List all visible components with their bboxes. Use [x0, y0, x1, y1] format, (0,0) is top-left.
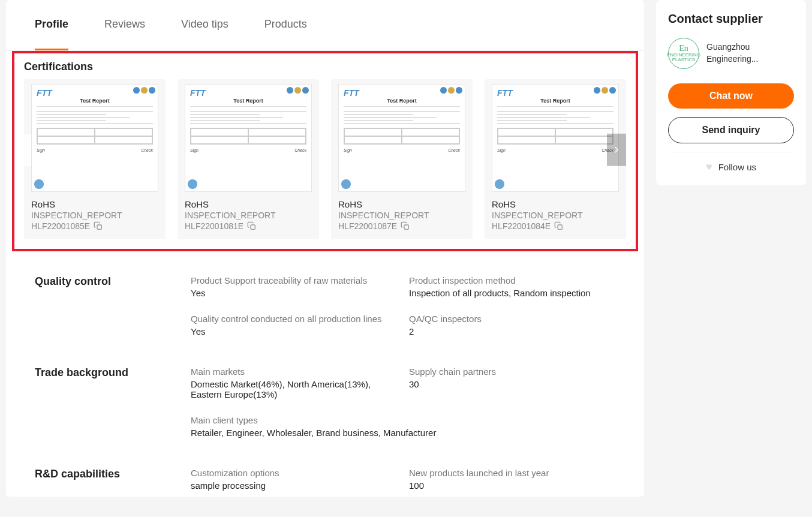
info-item: Main client types Retailer, Engineer, Wh…	[191, 415, 615, 438]
cert-label: RoHS	[31, 199, 158, 209]
quality-control-section: Quality control Product Support traceabi…	[6, 251, 644, 342]
info-item: Quality control conducted on all product…	[191, 314, 397, 336]
svg-rect-2	[404, 225, 408, 229]
tab-reviews[interactable]: Reviews	[104, 0, 145, 50]
svg-rect-3	[558, 225, 562, 229]
cert-subtitle: INSPECTION_REPORT	[338, 211, 465, 220]
sidebar-title: Contact supplier	[668, 12, 794, 26]
rnd-capabilities-section: R&D capabilities Customization options s…	[6, 444, 644, 497]
cert-document-thumbnail: FTT Test Report SignCheck	[492, 84, 619, 192]
section-heading: R&D capabilities	[35, 468, 185, 491]
info-item: Main markets Domestic Market(46%), North…	[191, 366, 397, 399]
cert-card[interactable]: FTT Test Report SignCheck RoHS INSPECTIO…	[178, 79, 319, 239]
tab-profile[interactable]: Profile	[35, 0, 68, 50]
send-inquiry-button[interactable]: Send inquiry	[668, 117, 794, 143]
tab-video-tips[interactable]: Video tips	[181, 0, 228, 50]
cert-code: HLF22001081E	[185, 221, 243, 231]
info-item: New products launched in last year 100	[409, 468, 615, 491]
certifications-title: Certifications	[24, 61, 626, 73]
cert-document-thumbnail: FTT Test Report SignCheck	[185, 84, 312, 192]
main-content: Profile Reviews Video tips Products Cert…	[6, 0, 644, 497]
cert-card[interactable]: FTT Test Report SignCheck RoHS INSPECTIO…	[485, 79, 626, 239]
cert-document-thumbnail: FTT Test Report SignCheck	[31, 84, 158, 192]
cert-code: HLF22001085E	[31, 221, 90, 231]
cert-code: HLF22001084E	[492, 221, 551, 231]
cert-card[interactable]: FTT Test Report SignCheck RoHS INSPECTIO…	[331, 79, 473, 239]
cert-subtitle: INSPECTION_REPORT	[31, 211, 158, 220]
info-item: Product Support traceability of raw mate…	[191, 275, 397, 298]
heart-icon: ♥	[706, 161, 712, 173]
certifications-carousel: FTT Test Report SignCheck RoHS INSPECTIO…	[24, 79, 626, 239]
divider	[668, 152, 794, 152]
section-heading: Trade background	[35, 366, 185, 438]
copy-icon[interactable]	[554, 221, 564, 231]
contact-supplier-sidebar: Contact supplier En ENGINEERING PLASTICS…	[656, 0, 806, 185]
supplier-name: Guangzhou Engineering...	[706, 41, 794, 65]
info-item: Supply chain partners 30	[409, 366, 615, 399]
follow-label: Follow us	[718, 162, 756, 172]
cert-card[interactable]: FTT Test Report SignCheck RoHS INSPECTIO…	[24, 79, 166, 239]
trade-background-section: Trade background Main markets Domestic M…	[6, 342, 644, 444]
chat-now-button[interactable]: Chat now	[668, 83, 794, 109]
supplier-logo-icon: En ENGINEERING PLASTICS	[668, 38, 699, 69]
carousel-next-button[interactable]	[607, 133, 626, 166]
cert-subtitle: INSPECTION_REPORT	[185, 211, 312, 220]
info-item: Product inspection method Inspection of …	[409, 275, 615, 298]
tabs: Profile Reviews Video tips Products	[6, 0, 644, 51]
supplier-info[interactable]: En ENGINEERING PLASTICS Guangzhou Engine…	[668, 38, 794, 69]
cert-label: RoHS	[338, 199, 465, 209]
cert-subtitle: INSPECTION_REPORT	[492, 211, 619, 220]
copy-icon[interactable]	[247, 221, 257, 231]
tab-products[interactable]: Products	[264, 0, 307, 50]
copy-icon[interactable]	[401, 221, 410, 231]
section-heading: Quality control	[35, 275, 185, 336]
cert-label: RoHS	[492, 199, 619, 209]
info-item: QA/QC inspectors 2	[409, 314, 615, 336]
cert-label: RoHS	[185, 199, 312, 209]
svg-rect-1	[251, 225, 255, 229]
svg-rect-0	[97, 225, 101, 229]
cert-document-thumbnail: FTT Test Report SignCheck	[338, 84, 465, 192]
info-item: Customization options sample processing	[191, 468, 397, 491]
follow-us-button[interactable]: ♥ Follow us	[668, 161, 794, 173]
certifications-section: Certifications FTT Test Report SignCheck	[12, 51, 638, 251]
cert-code: HLF22001087E	[338, 221, 397, 231]
copy-icon[interactable]	[94, 221, 103, 231]
